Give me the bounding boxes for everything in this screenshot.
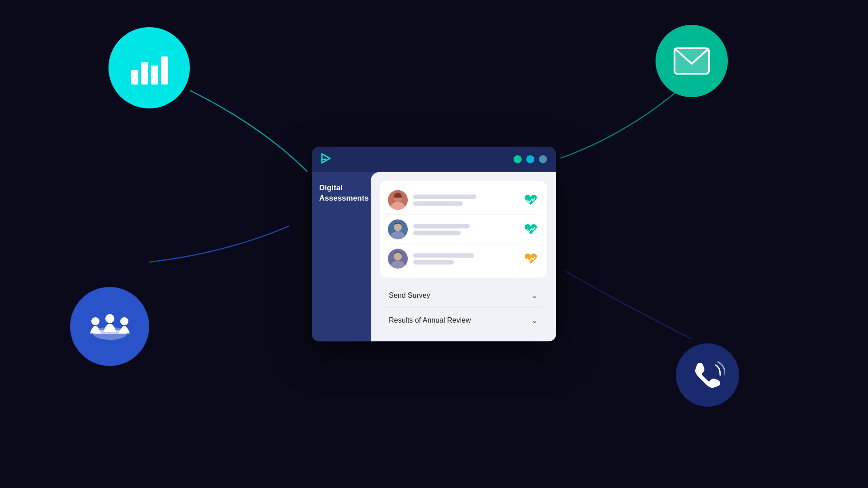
table-row bbox=[384, 244, 542, 273]
svg-rect-2 bbox=[151, 66, 158, 84]
svg-point-13 bbox=[390, 202, 406, 210]
info-bar-secondary bbox=[413, 260, 454, 264]
accordion-label: Send Survey bbox=[389, 291, 430, 300]
patient-info bbox=[413, 224, 517, 235]
meeting-circle bbox=[70, 287, 149, 366]
svg-rect-3 bbox=[161, 56, 168, 84]
info-bar-secondary bbox=[413, 230, 461, 235]
sidebar-label: Digital Assessments bbox=[319, 183, 369, 202]
dot-3 bbox=[539, 155, 547, 164]
svg-point-8 bbox=[91, 317, 99, 325]
accordion-area: Send Survey ⌄ Results of Annual Review ⌄ bbox=[380, 278, 547, 342]
sidebar: Digital Assessments bbox=[312, 172, 371, 342]
patient-info bbox=[413, 194, 517, 206]
info-bar-primary bbox=[413, 224, 470, 228]
svg-rect-1 bbox=[141, 62, 148, 84]
accordion-send-survey[interactable]: Send Survey ⌄ bbox=[383, 283, 543, 308]
accordion-label: Results of Annual Review bbox=[389, 316, 471, 324]
svg-point-9 bbox=[120, 317, 128, 325]
window-titlebar bbox=[312, 147, 556, 172]
mail-circle bbox=[656, 25, 728, 97]
avatar bbox=[388, 220, 408, 239]
info-bar-primary bbox=[413, 194, 476, 199]
window-controls bbox=[514, 155, 547, 164]
patient-list bbox=[380, 181, 547, 278]
phone-circle bbox=[676, 343, 739, 407]
avatar bbox=[388, 249, 408, 269]
svg-point-16 bbox=[390, 231, 406, 239]
health-icon-warning bbox=[523, 251, 539, 267]
chevron-down-icon: ⌄ bbox=[531, 291, 538, 300]
avatar bbox=[388, 190, 408, 210]
health-icon bbox=[523, 221, 539, 238]
dot-1 bbox=[514, 155, 522, 164]
app-window: Digital Assessments bbox=[312, 147, 556, 342]
window-body: Digital Assessments bbox=[312, 172, 556, 342]
dot-2 bbox=[526, 155, 534, 164]
app-logo bbox=[321, 153, 332, 166]
table-row bbox=[384, 215, 542, 244]
table-row bbox=[384, 186, 542, 215]
info-bar-secondary bbox=[413, 201, 463, 206]
svg-point-18 bbox=[390, 261, 406, 269]
health-icon bbox=[523, 192, 539, 208]
svg-marker-11 bbox=[322, 154, 330, 163]
info-bar-primary bbox=[413, 253, 474, 258]
svg-rect-0 bbox=[131, 70, 138, 84]
chart-circle bbox=[108, 27, 190, 108]
chevron-down-icon: ⌄ bbox=[531, 315, 538, 325]
patient-info bbox=[413, 253, 517, 264]
main-content: Send Survey ⌄ Results of Annual Review ⌄ bbox=[371, 172, 556, 342]
accordion-annual-review[interactable]: Results of Annual Review ⌄ bbox=[383, 308, 543, 333]
svg-point-10 bbox=[105, 314, 114, 323]
